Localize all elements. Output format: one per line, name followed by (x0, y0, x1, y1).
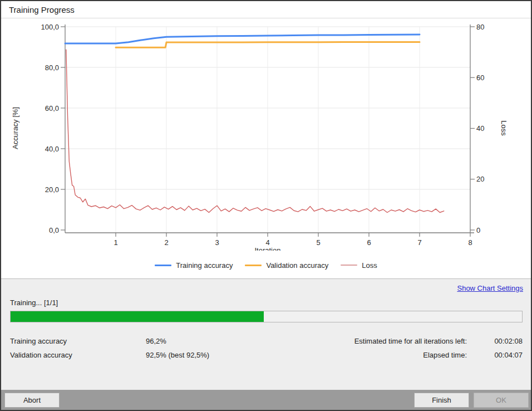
svg-text:5: 5 (316, 238, 320, 247)
time-stats: Estimated time for all iterations left: … (354, 334, 523, 362)
link-row: Show Chart Settings (1, 279, 531, 294)
estimated-time-row: Estimated time for all iterations left: … (354, 334, 523, 348)
ok-button: OK (474, 393, 529, 408)
training-accuracy-label: Training accuracy (10, 337, 146, 345)
training-accuracy-row: Training accuracy 96,2% (10, 334, 209, 348)
accuracy-loss-chart: 0,020,040,060,080,0100,00204060801234567… (1, 18, 531, 251)
svg-text:40: 40 (476, 124, 484, 133)
svg-text:1: 1 (114, 238, 117, 247)
show-chart-settings-link[interactable]: Show Chart Settings (457, 284, 523, 292)
svg-text:20,0: 20,0 (45, 185, 59, 194)
legend-item-training-accuracy: Training accuracy (155, 261, 233, 270)
legend-label-loss: Loss (362, 261, 377, 270)
stats-row: Training accuracy 96,2% Validation accur… (10, 334, 523, 362)
abort-button[interactable]: Abort (4, 393, 60, 408)
legend-swatch-training-accuracy (155, 265, 171, 266)
svg-text:80,0: 80,0 (45, 63, 59, 72)
svg-text:0,0: 0,0 (49, 226, 59, 234)
svg-text:60,0: 60,0 (45, 104, 59, 112)
svg-text:0: 0 (476, 226, 480, 234)
legend-item-validation-accuracy: Validation accuracy (245, 261, 328, 270)
accuracy-stats: Training accuracy 96,2% Validation accur… (10, 334, 209, 362)
svg-text:4: 4 (265, 238, 269, 247)
training-progress-dialog: Training Progress 0,020,040,060,080,0100… (0, 0, 532, 411)
estimated-time-label: Estimated time for all iterations left: (354, 337, 467, 345)
svg-text:60: 60 (476, 74, 484, 82)
progress-status-label: Training... [1/1] (10, 299, 522, 307)
training-accuracy-value: 96,2% (146, 337, 166, 345)
legend-item-loss: Loss (341, 261, 377, 270)
progress-fill (11, 311, 264, 322)
validation-accuracy-value: 92,5% (best 92,5%) (146, 351, 209, 359)
elapsed-time-label: Elapsed time: (423, 351, 467, 359)
validation-accuracy-label: Validation accuracy (10, 351, 146, 359)
svg-text:Loss: Loss (500, 120, 508, 136)
chart-area: 0,020,040,060,080,0100,00204060801234567… (1, 18, 531, 278)
legend-swatch-validation-accuracy (245, 265, 262, 266)
svg-text:3: 3 (215, 238, 219, 247)
legend-label-training-accuracy: Training accuracy (176, 261, 233, 270)
legend-label-validation-accuracy: Validation accuracy (266, 261, 328, 270)
finish-button[interactable]: Finish (414, 393, 469, 408)
elapsed-time-row: Elapsed time: 00:04:07 (354, 348, 523, 362)
elapsed-time-value: 00:04:07 (467, 351, 523, 359)
title-bar: Training Progress (1, 1, 531, 18)
status-panel: Show Chart Settings Training... [1/1] Tr… (1, 278, 531, 390)
svg-text:7: 7 (417, 238, 421, 247)
dialog-title: Training Progress (9, 5, 75, 14)
chart-legend: Training accuracyValidation accuracyLoss (1, 260, 531, 271)
progress-bar (10, 311, 523, 322)
svg-text:80: 80 (476, 23, 484, 31)
svg-text:Accuracy [%]: Accuracy [%] (11, 107, 19, 149)
svg-text:40,0: 40,0 (45, 145, 59, 153)
legend-swatch-loss (341, 265, 357, 266)
validation-accuracy-row: Validation accuracy 92,5% (best 92,5%) (10, 348, 209, 362)
estimated-time-value: 00:02:08 (467, 337, 523, 345)
button-bar: Abort Finish OK (1, 390, 531, 410)
svg-text:20: 20 (476, 175, 484, 183)
svg-text:100,0: 100,0 (41, 23, 59, 31)
svg-text:2: 2 (164, 238, 168, 247)
svg-text:6: 6 (367, 238, 371, 247)
svg-text:8: 8 (468, 238, 472, 247)
svg-text:Iteration: Iteration (255, 246, 281, 251)
